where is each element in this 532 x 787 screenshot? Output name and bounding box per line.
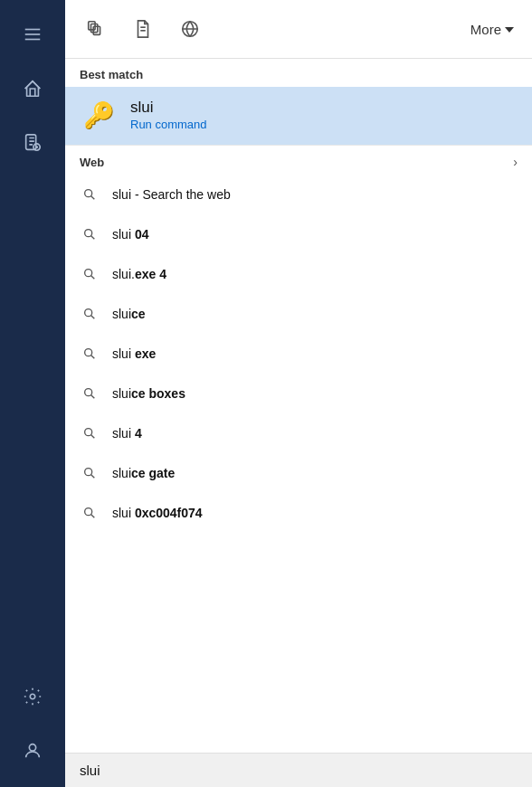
search-bar <box>65 753 532 787</box>
svg-line-29 <box>91 475 95 479</box>
svg-line-27 <box>91 435 95 439</box>
result-text: slui.exe 4 <box>112 267 166 281</box>
documents-icon[interactable] <box>76 9 116 49</box>
result-text: sluice <box>112 307 146 321</box>
sidebar-bottom <box>0 669 65 787</box>
web-section-header: Web › <box>65 145 532 175</box>
svg-point-28 <box>85 469 92 476</box>
best-match-label: Best match <box>65 59 532 87</box>
search-icon <box>80 185 100 204</box>
svg-point-24 <box>85 389 92 396</box>
list-item[interactable]: slui exe <box>65 334 532 374</box>
hamburger-menu-icon[interactable] <box>0 7 65 62</box>
search-input[interactable] <box>80 763 518 778</box>
list-item[interactable]: sluice boxes <box>65 374 532 413</box>
web-label: Web <box>80 156 104 169</box>
svg-line-21 <box>91 316 95 319</box>
search-results: Best match 🔑 slui Run command Web › slui… <box>65 59 532 753</box>
search-icon <box>80 463 100 483</box>
list-item[interactable]: slui 4 <box>65 413 532 453</box>
document-icon[interactable] <box>0 116 65 170</box>
result-text: slui exe <box>112 346 156 361</box>
sidebar-top <box>0 0 65 669</box>
result-text: sluice boxes <box>112 386 185 401</box>
svg-point-7 <box>29 744 35 751</box>
svg-point-22 <box>85 349 92 356</box>
more-label: More <box>470 22 501 37</box>
sidebar <box>0 0 65 787</box>
settings-icon[interactable] <box>0 669 65 724</box>
svg-point-26 <box>85 429 92 436</box>
search-icon <box>80 344 100 364</box>
search-icon <box>80 224 100 244</box>
svg-line-31 <box>91 515 95 518</box>
list-item[interactable]: slui 0xc004f074 <box>65 493 532 533</box>
list-item[interactable]: slui.exe 4 <box>65 254 532 294</box>
svg-line-25 <box>91 395 95 399</box>
search-icon <box>80 304 100 324</box>
result-text: slui - Search the web <box>112 187 231 202</box>
svg-point-18 <box>85 270 92 277</box>
person-icon[interactable] <box>0 724 65 778</box>
svg-line-17 <box>91 236 95 240</box>
svg-point-6 <box>30 694 35 699</box>
svg-line-15 <box>91 196 95 200</box>
result-text: slui 4 <box>112 426 142 441</box>
svg-point-30 <box>85 508 92 516</box>
svg-rect-9 <box>91 24 98 33</box>
best-match-subtitle: Run command <box>130 118 207 131</box>
chevron-down-icon <box>505 27 514 33</box>
best-match-info: slui Run command <box>130 99 207 131</box>
search-icon <box>80 423 100 443</box>
svg-line-19 <box>91 276 95 280</box>
list-item[interactable]: sluice <box>65 294 532 334</box>
result-text: slui 04 <box>112 227 148 242</box>
list-item[interactable]: sluice gate <box>65 453 532 493</box>
svg-point-20 <box>85 309 92 317</box>
home-icon[interactable] <box>0 62 65 116</box>
svg-point-14 <box>85 190 92 197</box>
search-icon <box>80 264 100 284</box>
search-icon <box>80 384 100 403</box>
file-icon[interactable] <box>123 9 163 49</box>
result-text: slui 0xc004f074 <box>112 506 203 520</box>
slui-icon: 🔑 <box>80 96 118 134</box>
svg-rect-4 <box>26 135 36 150</box>
svg-line-23 <box>91 356 95 359</box>
search-icon <box>80 503 100 523</box>
best-match-title: slui <box>130 99 207 117</box>
result-text: sluice gate <box>112 466 175 480</box>
best-match-item[interactable]: 🔑 slui Run command <box>65 87 532 145</box>
web-arrow-icon[interactable]: › <box>513 155 518 169</box>
more-button[interactable]: More <box>463 18 521 41</box>
topbar: More <box>65 0 532 59</box>
list-item[interactable]: slui 04 <box>65 214 532 254</box>
globe-icon[interactable] <box>170 9 210 49</box>
main-panel: More Best match 🔑 slui Run command Web ›… <box>65 0 532 787</box>
list-item[interactable]: slui - Search the web <box>65 175 532 214</box>
svg-point-16 <box>85 230 92 237</box>
